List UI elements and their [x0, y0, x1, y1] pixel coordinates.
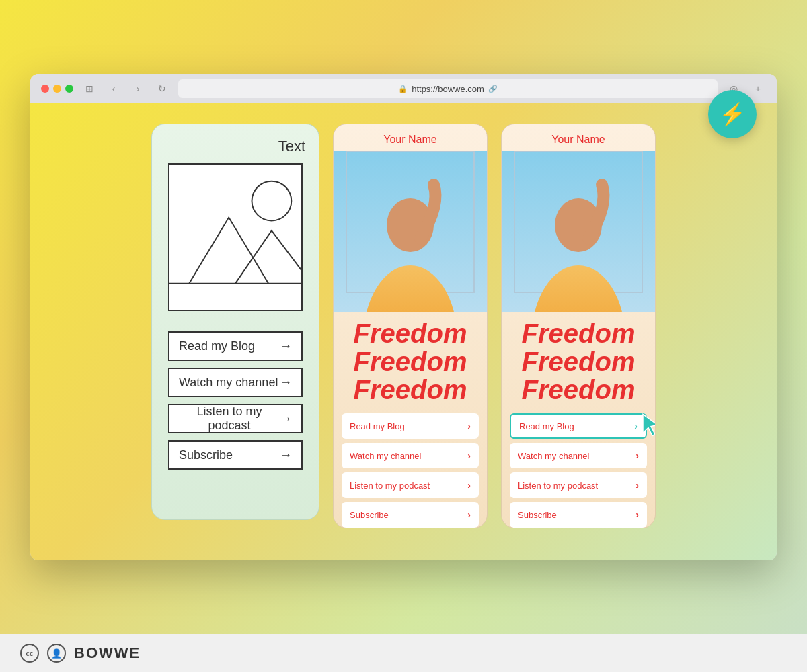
- forward-icon[interactable]: ›: [130, 81, 146, 97]
- middle-photo: [334, 151, 487, 312]
- right-freedom-text: Freedom Freedom Freedom: [512, 312, 645, 413]
- lightning-badge: ⚡: [708, 90, 757, 138]
- chevron-icon: ›: [467, 421, 471, 431]
- middle-subscribe[interactable]: Subscribe ›: [342, 502, 479, 528]
- read-blog-button[interactable]: Read my Blog →: [168, 331, 303, 361]
- middle-link-list: Read my Blog › Watch my channel › Listen…: [334, 413, 487, 528]
- right-subscribe[interactable]: Subscribe ›: [510, 502, 647, 528]
- refresh-icon[interactable]: ↻: [154, 81, 170, 97]
- chevron-icon: ›: [636, 480, 639, 491]
- cc-text: cc: [26, 650, 33, 657]
- middle-read-blog[interactable]: Read my Blog ›: [342, 413, 479, 439]
- podcast-button[interactable]: Listen to my podcast →: [168, 404, 303, 433]
- traffic-light-yellow[interactable]: [53, 85, 61, 93]
- wireframe-image: [168, 163, 303, 311]
- traffic-lights: [41, 85, 73, 93]
- new-tab-icon[interactable]: +: [750, 81, 766, 97]
- address-bar[interactable]: 🔒 https://bowwe.com 🔗: [178, 79, 718, 98]
- chevron-icon: ›: [636, 509, 639, 520]
- svg-point-0: [252, 181, 292, 221]
- back-icon[interactable]: ‹: [106, 81, 122, 97]
- lightning-icon: ⚡: [719, 101, 746, 127]
- right-podcast[interactable]: Listen to my podcast ›: [510, 472, 647, 498]
- watch-channel-label: Watch my channel: [179, 376, 278, 390]
- chevron-icon: ›: [467, 509, 471, 520]
- watch-channel-button[interactable]: Watch my channel →: [168, 368, 303, 397]
- traffic-light-green[interactable]: [65, 85, 73, 93]
- lock-icon: 🔒: [398, 85, 408, 93]
- svg-marker-10: [643, 415, 656, 436]
- sidebar-toggle-icon[interactable]: ⊞: [81, 81, 98, 97]
- browser-window: ⊞ ‹ › ↻ 🔒 https://bowwe.com 🔗 ◎ + ⚡ Text: [30, 74, 777, 560]
- chevron-icon: ›: [636, 450, 639, 461]
- phone-card-right: Your Name: [501, 124, 656, 528]
- middle-freedom-text: Freedom Freedom Freedom: [344, 312, 477, 413]
- person-icon: 👤: [51, 648, 62, 659]
- right-photo: [502, 151, 655, 312]
- link-icon: 🔗: [488, 85, 498, 93]
- phone-card-middle: Your Name: [333, 124, 488, 528]
- traffic-light-red[interactable]: [41, 85, 49, 93]
- right-card-name: Your Name: [541, 124, 615, 151]
- read-blog-arrow: →: [280, 339, 292, 353]
- subscribe-label: Subscribe: [179, 448, 233, 462]
- chevron-teal-icon: ›: [634, 421, 638, 431]
- footer-logo: BOWWE: [74, 644, 141, 662]
- podcast-label: Listen to my podcast: [179, 405, 280, 433]
- subscribe-button[interactable]: Subscribe →: [168, 440, 303, 470]
- right-watch-channel[interactable]: Watch my channel ›: [510, 443, 647, 468]
- subscribe-arrow: →: [280, 448, 292, 462]
- wireframe-title: Text: [165, 138, 305, 155]
- chevron-icon: ›: [467, 480, 471, 491]
- right-read-blog[interactable]: Read my Blog ›: [510, 413, 647, 439]
- read-blog-label: Read my Blog: [179, 339, 255, 353]
- footer: cc 👤 BOWWE: [0, 634, 807, 672]
- right-link-list: Read my Blog › Watch my channel › Listen…: [502, 413, 655, 528]
- chevron-icon: ›: [467, 450, 471, 461]
- browser-bar: ⊞ ‹ › ↻ 🔒 https://bowwe.com 🔗 ◎ +: [30, 74, 777, 103]
- browser-content: ⚡ Text Read my Blog →: [30, 103, 777, 560]
- url-text: https://bowwe.com: [412, 84, 484, 94]
- middle-card-name: Your Name: [373, 124, 447, 151]
- podcast-arrow: →: [280, 412, 292, 426]
- middle-watch-channel[interactable]: Watch my channel ›: [342, 443, 479, 468]
- cc-badge: cc: [20, 644, 39, 663]
- watch-channel-arrow: →: [280, 376, 292, 390]
- middle-podcast[interactable]: Listen to my podcast ›: [342, 472, 479, 498]
- person-badge: 👤: [47, 644, 66, 663]
- wireframe-card: Text Read my Blog → Watch m: [151, 124, 319, 520]
